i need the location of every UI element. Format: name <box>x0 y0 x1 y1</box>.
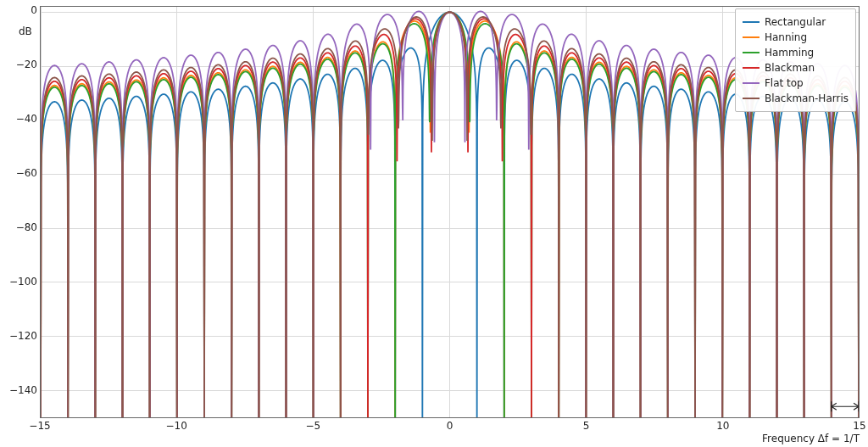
interval-marker <box>832 401 859 411</box>
legend-item: Hanning <box>743 30 849 45</box>
y-tick-label: −140 <box>3 384 37 396</box>
y-axis-label: dB <box>19 25 32 37</box>
y-tick-label: −120 <box>3 330 37 342</box>
legend-swatch <box>743 52 760 53</box>
legend-label: Blackman <box>765 62 815 74</box>
x-axis-label: Frequency Δf = 1/T <box>762 433 860 444</box>
legend-label: Hanning <box>765 31 807 43</box>
legend-swatch <box>743 36 760 38</box>
x-tick-label: −5 <box>305 420 320 432</box>
y-tick-label: −100 <box>3 276 37 288</box>
x-tick-label: −10 <box>165 420 186 432</box>
y-tick-label: 0 <box>3 4 37 16</box>
legend-label: Blackman-Harris <box>765 92 849 104</box>
y-tick-label: −60 <box>3 167 37 179</box>
legend: RectangularHanningHammingBlackmanFlat to… <box>735 8 856 112</box>
x-tick-label: 10 <box>716 420 729 432</box>
legend-swatch <box>743 98 760 99</box>
x-tick-label: 5 <box>583 420 590 432</box>
legend-label: Flat top <box>765 77 804 89</box>
legend-swatch <box>743 82 760 84</box>
x-tick-label: −15 <box>29 420 50 432</box>
legend-item: Flat top <box>743 75 849 91</box>
legend-label: Rectangular <box>765 16 826 28</box>
y-tick-label: −80 <box>3 221 37 233</box>
y-tick-label: −40 <box>3 113 37 125</box>
legend-item: Blackman-Harris <box>743 91 849 106</box>
y-tick-label: −20 <box>3 59 37 70</box>
x-tick-label: 0 <box>447 420 453 432</box>
legend-item: Blackman <box>743 60 849 75</box>
legend-label: Hamming <box>765 47 814 59</box>
legend-item: Rectangular <box>743 14 849 30</box>
legend-swatch <box>743 67 760 69</box>
window-spectra-chart: dB Frequency Δf = 1/T 0−20−40−60−80−100−… <box>0 0 868 447</box>
legend-item: Hamming <box>743 45 849 60</box>
legend-swatch <box>743 21 760 23</box>
x-tick-label: 15 <box>853 420 865 432</box>
